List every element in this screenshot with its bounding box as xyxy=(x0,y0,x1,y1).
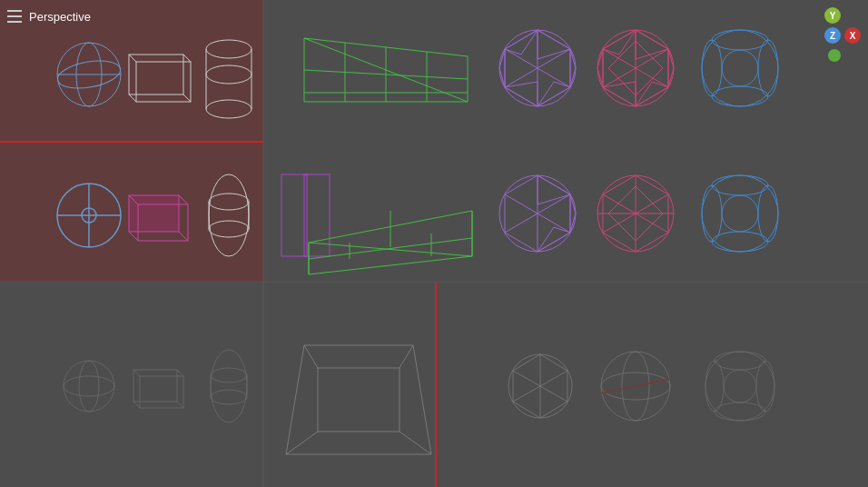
svg-rect-57 xyxy=(129,195,179,232)
svg-point-98 xyxy=(758,185,778,242)
axis-x: X xyxy=(844,27,861,44)
menu-icon[interactable] xyxy=(7,10,22,23)
svg-line-118 xyxy=(286,432,318,454)
axis-indicator: Y Z X xyxy=(806,7,861,62)
svg-point-99 xyxy=(64,361,114,412)
header: Perspective xyxy=(0,0,868,33)
svg-point-97 xyxy=(702,185,722,242)
svg-line-106 xyxy=(133,402,140,408)
svg-point-65 xyxy=(209,221,249,237)
svg-marker-113 xyxy=(286,345,431,454)
svg-line-6 xyxy=(129,55,136,62)
svg-point-128 xyxy=(705,352,774,421)
svg-line-127 xyxy=(601,379,670,393)
svg-line-62 xyxy=(179,232,188,241)
svg-point-110 xyxy=(211,390,247,404)
svg-rect-5 xyxy=(136,62,191,102)
svg-marker-37 xyxy=(636,30,668,59)
svg-point-133 xyxy=(756,361,774,412)
svg-line-104 xyxy=(133,370,140,376)
svg-line-60 xyxy=(179,195,188,204)
svg-point-47 xyxy=(702,30,778,106)
svg-point-14 xyxy=(206,40,252,58)
svg-line-117 xyxy=(399,432,431,454)
svg-point-95 xyxy=(712,175,768,195)
svg-point-96 xyxy=(712,232,768,252)
axis-y: Y xyxy=(824,7,841,24)
svg-point-52 xyxy=(758,40,778,96)
svg-point-130 xyxy=(715,352,765,370)
viewport-title: Perspective xyxy=(29,10,91,24)
svg-point-100 xyxy=(64,376,114,396)
svg-line-115 xyxy=(304,345,318,368)
svg-point-108 xyxy=(211,350,247,422)
svg-point-101 xyxy=(79,361,99,412)
svg-point-109 xyxy=(211,368,247,383)
axis-dot xyxy=(828,49,841,62)
svg-point-64 xyxy=(209,194,249,210)
svg-point-51 xyxy=(702,40,722,96)
svg-point-11 xyxy=(206,100,252,118)
svg-rect-4 xyxy=(129,55,183,94)
svg-line-107 xyxy=(177,402,183,408)
svg-point-63 xyxy=(209,174,249,256)
svg-rect-68 xyxy=(281,174,307,256)
svg-line-8 xyxy=(129,94,136,102)
svg-line-105 xyxy=(177,370,183,376)
svg-marker-83 xyxy=(538,175,570,204)
svg-marker-26 xyxy=(538,30,570,59)
svg-point-10 xyxy=(206,65,252,84)
scene-svg xyxy=(0,0,868,487)
svg-point-50 xyxy=(712,86,768,106)
svg-line-116 xyxy=(399,345,413,368)
svg-line-61 xyxy=(129,232,138,241)
svg-line-9 xyxy=(183,94,191,102)
svg-point-49 xyxy=(712,30,768,50)
svg-rect-114 xyxy=(318,368,399,432)
svg-point-48 xyxy=(722,50,758,86)
axis-z: Z xyxy=(824,27,841,44)
svg-point-93 xyxy=(702,175,778,252)
svg-line-7 xyxy=(183,55,191,62)
svg-point-94 xyxy=(722,195,758,232)
svg-point-129 xyxy=(724,370,756,403)
svg-point-131 xyxy=(715,403,765,421)
viewport[interactable]: Perspective Y Z X xyxy=(0,0,868,487)
svg-point-132 xyxy=(705,361,724,412)
